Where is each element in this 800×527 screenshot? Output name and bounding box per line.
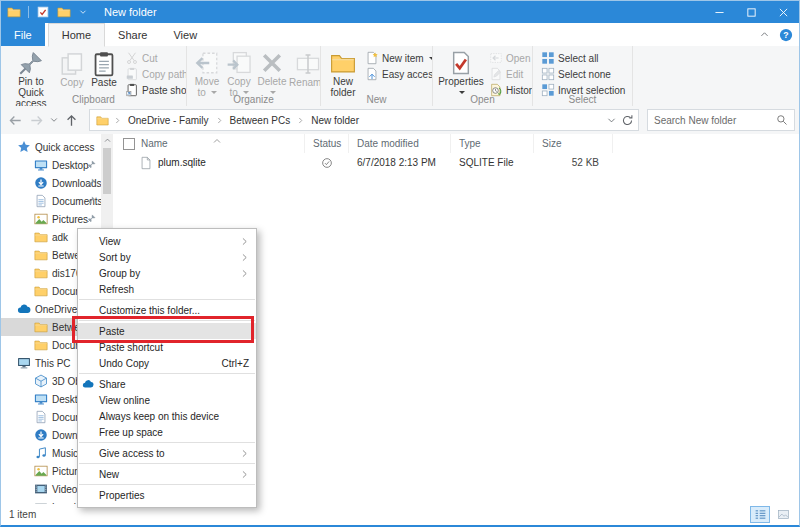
- maximize-button[interactable]: [735, 1, 767, 23]
- back-arrow-button[interactable]: [5, 109, 26, 131]
- ribbon-group-organize: Move to Copy to Delete RenameOrganize: [187, 46, 321, 106]
- scrollbar-up-arrow[interactable]: [101, 134, 113, 146]
- menu-item-refresh[interactable]: Refresh: [78, 281, 256, 297]
- ribbon-small-column: Select allSelect noneInvert selection: [539, 48, 627, 98]
- ribbon-button-properties[interactable]: Properties: [437, 48, 485, 94]
- sidebar-item-label: Music: [52, 448, 78, 459]
- menu-item-sort-by[interactable]: Sort by: [78, 249, 256, 265]
- menu-item-undo-copy[interactable]: Undo CopyCtrl+Z: [78, 355, 256, 371]
- qat-button-folder[interactable]: [57, 5, 71, 19]
- ribbon-button-paste[interactable]: Paste: [87, 48, 121, 94]
- menu-item-label: Share: [99, 379, 126, 390]
- ribbon-button-select-none[interactable]: Select none: [539, 66, 627, 82]
- downloads-icon: [34, 428, 48, 442]
- qat-button-properties-check[interactable]: [36, 5, 50, 19]
- sidebar-item-downloads[interactable]: Downloads: [1, 174, 101, 192]
- chevron-down-button[interactable]: [47, 109, 61, 131]
- menu-item-always-keep-on-this-device[interactable]: Always keep on this device: [78, 408, 256, 424]
- scrollbar-thumb[interactable]: [103, 148, 111, 194]
- tab-view[interactable]: View: [160, 23, 210, 46]
- column-header-status[interactable]: Status: [305, 134, 349, 153]
- address-bar-controls: [606, 114, 638, 127]
- ribbon-button-label: Copy: [60, 77, 83, 88]
- menu-item-give-access-to[interactable]: Give access to: [78, 445, 256, 461]
- column-header-label: Size: [542, 138, 561, 149]
- column-header-name[interactable]: Name: [113, 134, 305, 153]
- select-all-checkbox[interactable]: [123, 138, 135, 150]
- menu-item-properties[interactable]: Properties: [78, 487, 256, 503]
- up-arrow-button[interactable]: [61, 109, 82, 131]
- ribbon-small-column: New itemEasy access: [363, 48, 433, 82]
- thumbnails-view-button[interactable]: [773, 506, 793, 523]
- sidebar-item-documents[interactable]: Documents: [1, 192, 101, 210]
- menu-item-free-up-space[interactable]: Free up space: [78, 424, 256, 440]
- ribbon-button-edit: Edit: [487, 66, 533, 82]
- ribbon-button-label: Copy path: [142, 69, 187, 80]
- menu-item-group-by[interactable]: Group by: [78, 265, 256, 281]
- address-refresh-button[interactable]: [621, 114, 634, 127]
- qat-chevron-down-icon: [78, 7, 88, 17]
- maximize-icon: [745, 6, 758, 19]
- sidebar-item-desktop[interactable]: Desktop: [1, 156, 101, 174]
- menu-item-label: Undo Copy: [99, 358, 149, 369]
- breadcrumb-segment[interactable]: Between PCs: [224, 110, 297, 130]
- ribbon-button-pin-to-quick-access[interactable]: Pin to Quick access: [5, 48, 57, 94]
- ribbon-button-new-folder[interactable]: New folder: [325, 48, 361, 94]
- menu-item-label: Paste shortcut: [99, 342, 163, 353]
- folder-icon: [57, 5, 71, 19]
- search-box[interactable]: [647, 109, 795, 131]
- paste-icon: [91, 51, 117, 77]
- folder-icon: [34, 230, 48, 244]
- forward-arrow-button[interactable]: [26, 109, 47, 131]
- breadcrumb-segment[interactable]: New folder: [305, 110, 365, 130]
- column-header-label: Date modified: [357, 138, 419, 149]
- menu-item-view[interactable]: View: [78, 233, 256, 249]
- properties-check-icon: [36, 5, 50, 19]
- qat-button-qat-chevron-down[interactable]: [78, 7, 88, 17]
- search-input[interactable]: [648, 115, 776, 126]
- pin-icon: [87, 196, 96, 205]
- column-header-date-modified[interactable]: Date modified: [349, 134, 451, 153]
- ribbon-button-new-item[interactable]: New item: [363, 50, 433, 66]
- menu-item-label: Free up space: [99, 427, 163, 438]
- svg-text:?: ?: [783, 30, 788, 40]
- crumb-chevron-icon: [113, 116, 122, 125]
- ribbon-button-cut: Cut: [123, 50, 187, 66]
- column-header-type[interactable]: Type: [451, 134, 534, 153]
- downloads-icon: [34, 176, 48, 190]
- ribbon-button-select-all[interactable]: Select all: [539, 50, 627, 66]
- menu-item-share[interactable]: Share: [78, 376, 256, 392]
- address-chevron-down-button[interactable]: [606, 115, 617, 126]
- help-button[interactable]: ?: [779, 28, 793, 42]
- close-button[interactable]: [767, 1, 799, 23]
- cloud-icon: [17, 302, 31, 316]
- sidebar-item-pictures[interactable]: Pictures: [1, 210, 101, 228]
- menu-item-label: Always keep on this device: [99, 411, 219, 422]
- menu-item-label: Customize this folder...: [99, 305, 200, 316]
- column-header-size[interactable]: Size: [534, 134, 613, 153]
- window-title: New folder: [104, 6, 157, 18]
- search-icon-wrap[interactable]: [776, 114, 794, 126]
- file-icon: [139, 156, 153, 170]
- pinned-indicator: [87, 160, 96, 169]
- file-row[interactable]: plum.sqlite6/7/2018 2:13 PMSQLITE File52…: [113, 153, 799, 172]
- pictures-icon: [34, 212, 48, 226]
- ribbon-group-select: Select allSelect noneInvert selectionSel…: [533, 46, 633, 106]
- menu-item-label: Group by: [99, 268, 140, 279]
- minimize-button[interactable]: [703, 1, 735, 23]
- details-view-button[interactable]: [750, 506, 770, 523]
- menu-item-view-online[interactable]: View online: [78, 392, 256, 408]
- tab-home[interactable]: Home: [48, 23, 105, 47]
- address-bar[interactable]: OneDrive - FamilyBetween PCsNew folder: [89, 109, 639, 131]
- details-view-icon: [754, 508, 767, 521]
- minimize-ribbon-chevron-button[interactable]: [759, 29, 770, 40]
- ribbon: Pin to Quick accessCopyPasteCutCopy path…: [1, 46, 799, 107]
- menu-item-new[interactable]: New: [78, 466, 256, 482]
- tab-share[interactable]: Share: [105, 23, 160, 46]
- context-menu: ViewSort byGroup byRefreshCustomize this…: [77, 228, 257, 508]
- breadcrumb-segment[interactable]: OneDrive - Family: [122, 110, 215, 130]
- tab-file[interactable]: File: [1, 23, 45, 46]
- sidebar-item-quick-access[interactable]: Quick access: [1, 138, 101, 156]
- ribbon-button-copy-path: Copy path: [123, 66, 187, 82]
- ribbon-button-easy-access[interactable]: Easy access: [363, 66, 433, 82]
